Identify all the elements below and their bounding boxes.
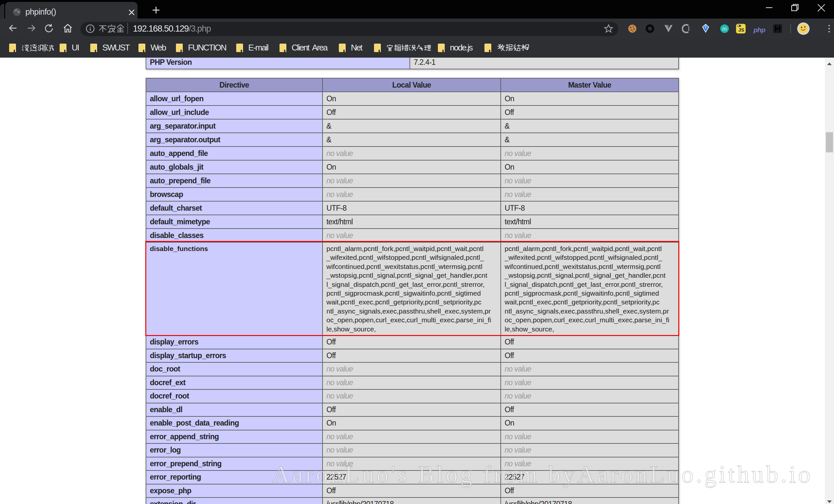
svg-text:JS: JS <box>738 27 744 32</box>
svg-text:m: m <box>722 26 727 31</box>
